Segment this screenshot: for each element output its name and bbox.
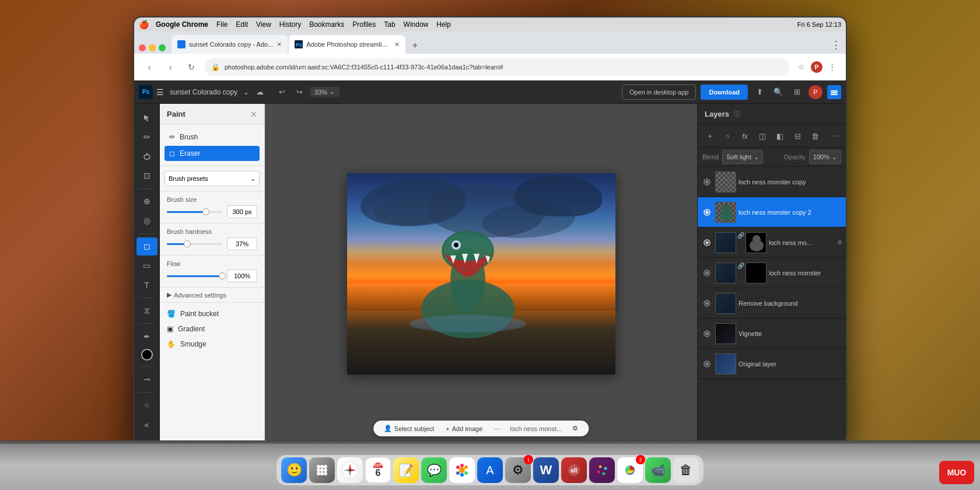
- tool-eraser-active[interactable]: ◻: [136, 237, 158, 256]
- maximize-window-btn[interactable]: [159, 44, 166, 51]
- layers-more-btn[interactable]: ···: [834, 131, 841, 141]
- layer-move-btn[interactable]: ⊟: [790, 128, 805, 144]
- tab-2[interactable]: Ps Adobe Photoshop streamline... ✕: [289, 35, 405, 54]
- url-bar[interactable]: 🔒 photoshop.adobe.com/id/urn:aaid:sc:VA6…: [204, 58, 790, 76]
- share-icon[interactable]: ⬆: [752, 88, 766, 96]
- canvas-area[interactable]: 👤 Select subject + Add image ··· loch ne…: [265, 104, 697, 443]
- bookmark-icon[interactable]: ☆: [794, 60, 808, 74]
- layer-7-visibility[interactable]: [701, 359, 713, 369]
- tab-2-close[interactable]: ✕: [394, 41, 400, 48]
- dock-launchpad[interactable]: [309, 457, 335, 483]
- layer-fx-btn[interactable]: fx: [737, 128, 752, 144]
- tool-select[interactable]: [136, 108, 158, 127]
- layer-group-btn[interactable]: ◧: [772, 128, 788, 144]
- layer-5-visibility[interactable]: [701, 299, 713, 308]
- layers-info-icon[interactable]: ⓘ: [734, 110, 740, 118]
- brush-hardness-slider[interactable]: [167, 243, 222, 245]
- tab-1[interactable]: sunset Colorado copy - Ado... ✕: [172, 35, 288, 54]
- select-subject-btn[interactable]: 👤 Select subject: [379, 423, 439, 434]
- new-tab-btn[interactable]: +: [407, 37, 423, 54]
- layer-settings-btn[interactable]: ⚙: [568, 423, 583, 434]
- dock-notes[interactable]: 📝: [393, 457, 419, 483]
- foreground-color[interactable]: [141, 349, 153, 360]
- open-desktop-btn[interactable]: Open in desktop app: [622, 85, 696, 100]
- brush-size-slider[interactable]: [167, 211, 222, 213]
- brush-hardness-value[interactable]: 37%: [227, 237, 257, 250]
- blend-mode-select[interactable]: Soft light ⌄: [722, 150, 763, 164]
- menubar-edit[interactable]: Edit: [236, 20, 248, 29]
- brush-tool-item[interactable]: ✏ Brush: [164, 130, 260, 145]
- ps-menu-icon[interactable]: ☰: [156, 88, 164, 97]
- zoom-indicator[interactable]: 33% ⌄: [310, 87, 340, 97]
- menubar-profiles[interactable]: Profiles: [352, 20, 376, 29]
- tool-brush[interactable]: ✏: [136, 128, 158, 146]
- dock-facetime[interactable]: 📹: [645, 457, 671, 483]
- user-avatar[interactable]: P: [808, 85, 822, 99]
- ps-undo-btn[interactable]: ↩: [275, 88, 289, 96]
- dock-photos[interactable]: [449, 457, 475, 483]
- tool-crop[interactable]: ⊡: [136, 166, 158, 184]
- paint-panel-close[interactable]: ✕: [250, 110, 257, 119]
- more-tools-btn[interactable]: ···: [489, 424, 504, 434]
- layer-3-visibility[interactable]: [701, 238, 713, 247]
- menubar-history[interactable]: History: [279, 20, 301, 29]
- flow-thumb[interactable]: [219, 272, 226, 279]
- add-image-btn[interactable]: + Add image: [441, 424, 487, 434]
- delete-layer-btn[interactable]: 🗑: [807, 128, 822, 144]
- menubar-bookmarks[interactable]: Bookmarks: [309, 20, 344, 29]
- layer-row-4[interactable]: 🔗 loch ness monster: [698, 258, 846, 288]
- dock-altstore[interactable]: alt: [561, 457, 587, 483]
- refresh-btn[interactable]: ↻: [183, 59, 200, 75]
- layer-adjustment-btn[interactable]: ◫: [755, 128, 770, 144]
- dock-calendar[interactable]: SEP 6: [365, 457, 391, 483]
- dock-slack[interactable]: [589, 457, 615, 483]
- tool-lasso[interactable]: [136, 147, 158, 165]
- tool-text[interactable]: T: [136, 276, 158, 294]
- layer-row-1[interactable]: loch ness monster copy: [698, 167, 846, 197]
- brush-presets-dropdown[interactable]: Brush presets ⌄: [164, 171, 260, 186]
- apple-menu[interactable]: 🍎: [139, 20, 149, 29]
- dock-settings[interactable]: ⚙ 1: [505, 457, 531, 483]
- dock-chrome[interactable]: 2: [617, 457, 643, 483]
- menubar-help[interactable]: Help: [436, 20, 451, 29]
- minimize-window-btn[interactable]: [149, 44, 156, 51]
- flow-value[interactable]: 100%: [227, 270, 257, 282]
- dock-trash[interactable]: 🗑: [673, 457, 699, 483]
- layer-6-visibility[interactable]: [701, 329, 713, 338]
- paint-bucket-item[interactable]: 🪣 Paint bucket: [167, 307, 257, 320]
- brush-size-value[interactable]: 300 px: [227, 205, 257, 218]
- layers-toggle-icon[interactable]: [827, 85, 841, 99]
- layer-1-visibility[interactable]: [701, 177, 713, 187]
- extensions-icon[interactable]: ⋮: [825, 60, 839, 74]
- dock-messages[interactable]: 💬: [421, 457, 447, 483]
- layer-4-visibility[interactable]: [701, 268, 713, 278]
- dock-word[interactable]: W: [533, 457, 559, 483]
- layer-row-5[interactable]: Remove background: [698, 288, 846, 318]
- tool-circle[interactable]: ○: [136, 396, 158, 414]
- layer-mask-btn[interactable]: ○: [720, 128, 735, 144]
- smudge-item[interactable]: ✋ Smudge: [167, 338, 257, 351]
- add-layer-btn[interactable]: +: [702, 128, 718, 144]
- flow-slider[interactable]: [167, 275, 222, 277]
- close-window-btn[interactable]: [139, 44, 146, 51]
- ps-redo-btn[interactable]: ↪: [292, 88, 306, 96]
- brush-hardness-thumb[interactable]: [184, 240, 191, 247]
- collapse-tools-btn[interactable]: «: [136, 415, 158, 434]
- tool-ruler[interactable]: ⊸: [136, 370, 158, 388]
- apps-icon[interactable]: ⊞: [790, 88, 804, 96]
- menubar-tab[interactable]: Tab: [384, 20, 395, 29]
- opacity-select[interactable]: 100% ⌄: [809, 150, 841, 164]
- download-btn[interactable]: Download: [701, 85, 748, 100]
- tool-clone[interactable]: ◎: [136, 212, 158, 230]
- dock-safari[interactable]: [337, 457, 363, 483]
- layer-row-7[interactable]: Original layer: [698, 349, 846, 379]
- dock-finder[interactable]: 🙂: [281, 457, 307, 483]
- layer-row-3[interactable]: 🔗 loch ness mo... ⚙: [698, 228, 846, 258]
- menubar-file[interactable]: File: [216, 20, 228, 29]
- tool-adjustment[interactable]: ⧖: [136, 302, 158, 320]
- gradient-item[interactable]: ▣ Gradient: [167, 323, 257, 335]
- layer-row-6[interactable]: Vignette: [698, 318, 846, 349]
- menubar-app-name[interactable]: Google Chrome: [156, 20, 208, 29]
- back-btn[interactable]: ‹: [141, 59, 158, 75]
- tool-pen[interactable]: ✒: [136, 327, 158, 345]
